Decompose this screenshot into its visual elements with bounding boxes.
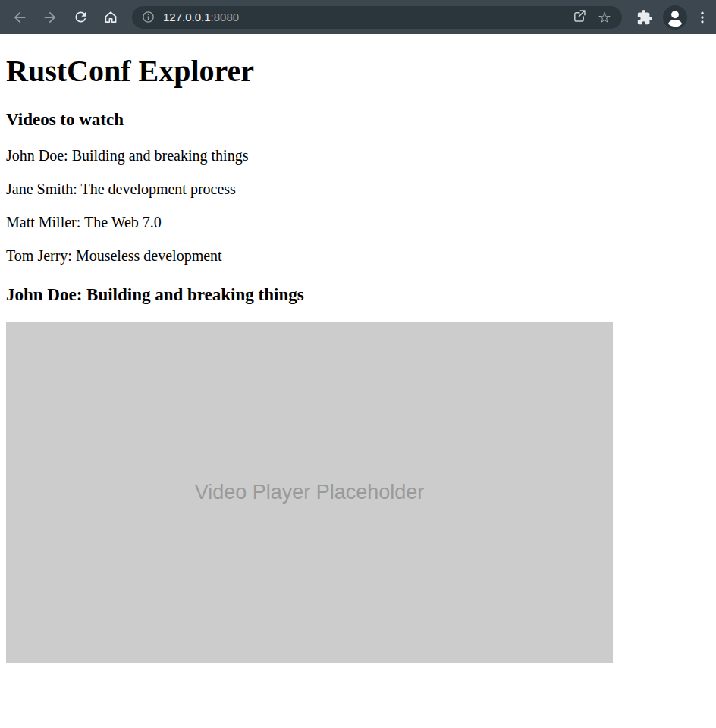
back-button[interactable] [5,2,35,33]
home-icon [102,9,119,26]
share-icon [571,8,587,27]
selected-video-heading: John Doe: Building and breaking things [6,284,710,305]
profile-avatar-button[interactable] [660,2,690,33]
bookmark-star-button[interactable]: ☆ [592,7,617,28]
reload-button[interactable] [65,2,96,33]
url-text: 127.0.0.1:8080 [163,11,566,24]
url-bar[interactable]: 127.0.0.1:8080 ☆ [132,6,622,29]
forward-arrow-icon [42,9,58,26]
profile-avatar-icon [663,5,687,30]
home-button[interactable] [96,2,126,33]
page-content: RustConf Explorer Videos to watch John D… [0,54,716,663]
video-list-item[interactable]: Jane Smith: The development process [6,180,710,198]
reload-icon [73,9,89,25]
video-list-item[interactable]: Matt Miller: The Web 7.0 [6,214,710,231]
three-dot-menu-icon [694,9,711,26]
puzzle-piece-icon [636,9,653,26]
page-title: RustConf Explorer [6,54,710,89]
video-list-item[interactable]: John Doe: Building and breaking things [6,147,710,165]
video-player-placeholder: Video Player Placeholder [6,322,613,663]
player-placeholder-text: Video Player Placeholder [195,481,425,504]
share-button[interactable] [566,7,592,28]
url-port: :8080 [211,11,240,24]
bookmark-star-icon: ☆ [598,10,611,25]
browser-window: 127.0.0.1:8080 ☆ [0,0,716,663]
url-host: 127.0.0.1 [163,11,211,24]
browser-toolbar: 127.0.0.1:8080 ☆ [0,0,716,34]
videos-section-heading: Videos to watch [6,109,710,130]
extensions-button[interactable] [630,2,660,33]
forward-button[interactable] [35,2,65,33]
browser-menu-button[interactable] [690,2,714,33]
back-arrow-icon [11,9,28,26]
site-info-icon[interactable] [141,10,155,24]
video-list-item[interactable]: Tom Jerry: Mouseless development [6,247,710,265]
